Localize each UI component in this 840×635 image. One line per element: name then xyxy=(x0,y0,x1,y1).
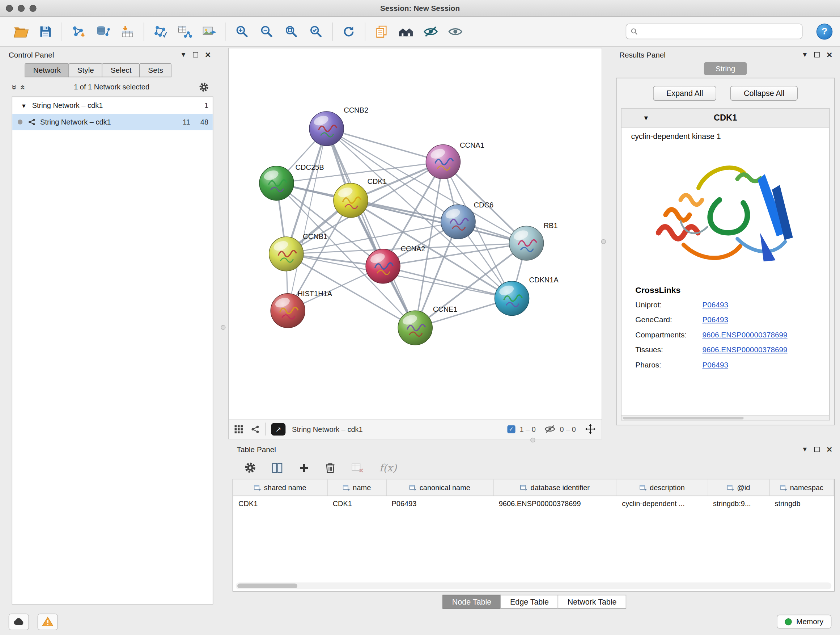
float-panel-icon[interactable] xyxy=(814,52,820,57)
column-header[interactable]: description xyxy=(617,479,708,496)
table-header-row: shared name name canonical name database… xyxy=(233,479,834,496)
close-panel-icon[interactable]: ✕ xyxy=(826,50,832,59)
column-header[interactable]: @id xyxy=(707,479,769,496)
crosslink-label: Pharos: xyxy=(635,361,702,369)
collapse-panel-icon[interactable]: ▼ xyxy=(802,51,808,59)
network-edge[interactable] xyxy=(327,128,415,328)
search-input-box[interactable] xyxy=(626,24,803,39)
close-panel-icon[interactable]: ✕ xyxy=(205,50,211,59)
splitter-handle[interactable] xyxy=(601,239,606,244)
crosslink-link-genecard[interactable]: P06493 xyxy=(702,315,829,324)
new-network-icon[interactable] xyxy=(148,20,172,43)
network-row[interactable]: String Network – cdk1 11 48 xyxy=(12,114,213,130)
duplicate-style-icon[interactable] xyxy=(369,20,393,43)
delete-column-trash-icon[interactable] xyxy=(325,462,336,474)
apply-layout-icon[interactable] xyxy=(336,20,361,43)
tab-network-table[interactable]: Network Table xyxy=(558,595,626,609)
memory-label: Memory xyxy=(796,617,823,626)
cell-description[interactable]: cyclin-dependent ... xyxy=(617,496,708,512)
crosslink-link-tissues[interactable]: 9606.ENSP00000378699 xyxy=(702,345,829,354)
network-canvas[interactable]: CCNB2CCNA1CDC25BCDK1CDC6RB1CCNB1CCNA2CDK… xyxy=(229,48,602,419)
network-node-label: CCNB2 xyxy=(344,106,368,114)
zoom-fit-icon[interactable] xyxy=(279,20,304,43)
import-network-database-icon[interactable] xyxy=(90,20,115,43)
minimize-window-button[interactable] xyxy=(18,5,25,11)
section-expander-icon[interactable]: ▼ xyxy=(643,114,649,122)
cell-name[interactable]: CDK1 xyxy=(327,496,386,512)
table-horizontal-scrollbar[interactable] xyxy=(236,583,832,589)
cell-canonical-name[interactable]: P06493 xyxy=(386,496,493,512)
memory-button[interactable]: Memory xyxy=(777,615,831,629)
home-icon[interactable] xyxy=(393,20,418,43)
maximize-window-button[interactable] xyxy=(29,5,36,11)
hidden-eye-icon[interactable] xyxy=(545,424,556,434)
column-sort-icon xyxy=(520,485,527,490)
cell-shared-name[interactable]: CDK1 xyxy=(233,496,327,512)
import-network-file-icon[interactable] xyxy=(66,20,90,43)
open-session-icon[interactable] xyxy=(9,20,33,43)
results-horizontal-scrollbar[interactable] xyxy=(622,415,829,420)
scrollbar-thumb[interactable] xyxy=(237,584,297,588)
pan-crosshair-icon[interactable] xyxy=(584,423,597,435)
collapse-panel-icon[interactable]: ▼ xyxy=(802,446,808,453)
window-controls xyxy=(6,5,36,11)
network-edge[interactable] xyxy=(288,128,327,310)
help-button[interactable]: ? xyxy=(816,23,832,39)
annotation-mode-icon[interactable]: ↗ xyxy=(271,423,286,435)
table-settings-gear-icon[interactable] xyxy=(244,462,256,473)
warnings-button[interactable] xyxy=(38,613,58,630)
grid-view-icon[interactable] xyxy=(234,424,243,434)
hide-selected-eye-icon[interactable] xyxy=(418,20,443,43)
import-table-icon[interactable] xyxy=(115,20,140,43)
column-header[interactable]: name xyxy=(327,479,386,496)
network-collection-row[interactable]: ▼ String Network – cdk1 1 xyxy=(12,97,213,114)
expand-all-button[interactable]: Expand All xyxy=(653,86,717,101)
zoom-selected-icon[interactable] xyxy=(304,20,328,43)
collapse-panel-icon[interactable]: ▼ xyxy=(180,51,187,59)
selected-checkbox-icon[interactable]: ✓ xyxy=(507,425,515,433)
share-view-icon[interactable] xyxy=(251,424,260,434)
close-window-button[interactable] xyxy=(6,5,13,11)
column-header[interactable]: canonical name xyxy=(386,479,493,496)
column-header[interactable]: namespac xyxy=(769,479,834,496)
tab-node-table[interactable]: Node Table xyxy=(442,595,501,609)
show-columns-icon[interactable] xyxy=(271,462,283,474)
cell-database-identifier[interactable]: 9606.ENSP00000378699 xyxy=(493,496,617,512)
add-column-plus-icon[interactable] xyxy=(298,462,309,473)
float-panel-icon[interactable] xyxy=(814,447,820,452)
splitter-handle[interactable] xyxy=(221,325,225,330)
export-image-icon[interactable] xyxy=(197,20,222,43)
zoom-in-icon[interactable] xyxy=(230,20,254,43)
new-network-from-table-icon[interactable] xyxy=(172,20,197,43)
save-session-icon[interactable] xyxy=(33,20,58,43)
search-input[interactable] xyxy=(641,27,798,36)
tab-network[interactable]: Network xyxy=(25,63,69,78)
cloud-services-button[interactable] xyxy=(9,613,29,630)
tab-sets[interactable]: Sets xyxy=(140,63,172,78)
collapse-all-button[interactable]: Collapse All xyxy=(730,86,798,101)
float-panel-icon[interactable] xyxy=(193,52,199,57)
crosslink-link-uniprot[interactable]: P06493 xyxy=(702,301,829,309)
crosslink-link-compartments[interactable]: 9606.ENSP00000378699 xyxy=(702,331,829,339)
splitter-handle[interactable] xyxy=(531,438,535,442)
tab-string[interactable]: String xyxy=(704,62,747,75)
table-panel-header: Table Panel ▼ ✕ xyxy=(233,442,836,456)
protein-section-header[interactable]: ▼ CDK1 xyxy=(622,109,829,128)
column-sort-icon xyxy=(780,485,787,490)
expand-all-icon[interactable]: » xyxy=(18,85,27,89)
close-panel-icon[interactable]: ✕ xyxy=(826,445,832,454)
cell-namespace[interactable]: stringdb xyxy=(769,496,834,512)
table-row[interactable]: CDK1 CDK1 P06493 9606.ENSP00000378699 cy… xyxy=(233,496,834,512)
zoom-out-icon[interactable] xyxy=(254,20,279,43)
show-all-eye-icon[interactable] xyxy=(443,20,468,43)
column-header[interactable]: database identifier xyxy=(493,479,617,496)
tree-expander-icon[interactable]: ▼ xyxy=(21,102,27,109)
tab-style[interactable]: Style xyxy=(69,63,103,78)
column-header[interactable]: shared name xyxy=(233,479,327,496)
gear-icon[interactable] xyxy=(199,82,209,92)
tab-edge-table[interactable]: Edge Table xyxy=(500,595,558,609)
string-network-icon xyxy=(28,118,36,126)
crosslink-link-pharos[interactable]: P06493 xyxy=(702,361,829,369)
tab-select[interactable]: Select xyxy=(102,63,140,78)
cell-id[interactable]: stringdb:9... xyxy=(707,496,769,512)
